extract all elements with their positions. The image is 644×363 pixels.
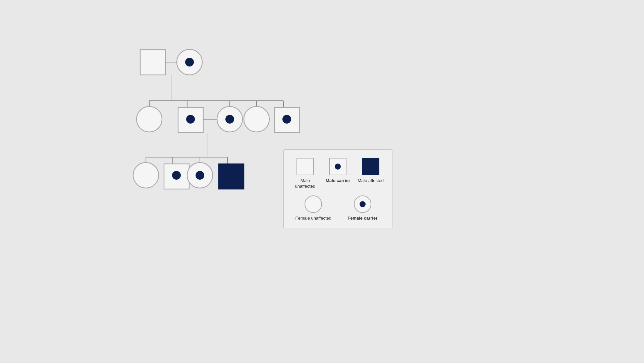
gen2-female2 bbox=[244, 106, 269, 132]
legend-male-unaffected: Male unaffected bbox=[290, 158, 320, 189]
female-unaffected-icon bbox=[305, 195, 322, 213]
legend-male-carrier-label: Male carrier bbox=[326, 178, 350, 184]
gen2-female-carrier-dot bbox=[225, 115, 234, 124]
legend-male-carrier: Male carrier bbox=[323, 158, 353, 189]
male-affected-icon bbox=[362, 158, 379, 175]
legend-female-unaffected: Female unaffected bbox=[290, 195, 336, 221]
gen1-female-dot bbox=[185, 58, 194, 66]
legend-row1: Male unaffected Male carrier Male affect… bbox=[290, 158, 385, 189]
legend-male-affected-label: Male affected bbox=[358, 178, 384, 184]
male-carrier-dot bbox=[335, 164, 341, 170]
gen3-male-affected bbox=[219, 164, 244, 189]
legend-male-carrier-symbol bbox=[329, 158, 346, 175]
legend-male-affected-symbol bbox=[362, 158, 379, 175]
gen2-female1 bbox=[137, 106, 162, 132]
legend-female-unaffected-label: Female unaffected bbox=[296, 216, 331, 221]
legend-female-carrier-symbol bbox=[354, 195, 371, 213]
gen1-male bbox=[140, 50, 165, 75]
female-carrier-icon bbox=[354, 195, 371, 213]
legend-male-unaffected-symbol bbox=[297, 158, 314, 175]
gen2-male-carrier-dot bbox=[186, 115, 195, 124]
gen3-male-carrier-dot bbox=[172, 171, 181, 180]
gen2-male2-dot bbox=[282, 115, 291, 124]
legend: Male unaffected Male carrier Male affect… bbox=[283, 149, 392, 228]
legend-male-affected: Male affected bbox=[356, 158, 385, 189]
legend-female-carrier: Female carrier bbox=[340, 195, 386, 221]
female-carrier-dot bbox=[360, 201, 366, 207]
male-carrier-icon bbox=[329, 158, 346, 175]
legend-female-carrier-label: Female carrier bbox=[347, 216, 377, 221]
male-unaffected-icon bbox=[297, 158, 314, 175]
gen3-female1 bbox=[133, 163, 159, 188]
legend-female-unaffected-symbol bbox=[305, 195, 322, 213]
legend-row2: Female unaffected Female carrier bbox=[290, 195, 385, 221]
legend-male-unaffected-label: Male unaffected bbox=[290, 178, 320, 189]
gen3-female-carrier-dot bbox=[196, 171, 204, 180]
